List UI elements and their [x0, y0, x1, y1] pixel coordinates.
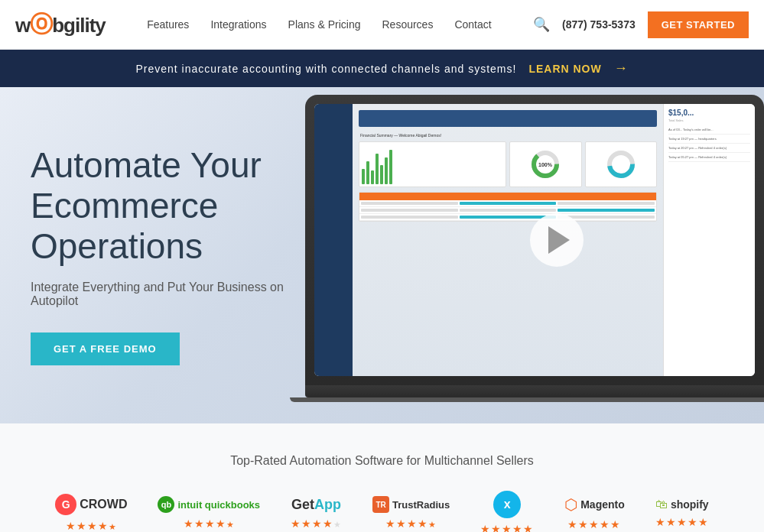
- magento-logo: ⬡ Magento: [564, 495, 625, 514]
- panel-item-2: Today at 19:27 pm — headquarters: [668, 135, 750, 144]
- cell-3: [558, 202, 655, 205]
- app-topbar: [359, 110, 657, 127]
- donut-chart-2: [585, 141, 658, 187]
- tr-badge: TR: [372, 496, 389, 513]
- magento-logo-item: ⬡ Magento ★★★★★: [564, 495, 625, 530]
- g2crowd-logo: G CROWD: [55, 494, 127, 515]
- panel-item-4: Today at 05:27 pm — Refreshed 4 order(s): [668, 153, 750, 162]
- bar-1: [362, 169, 365, 184]
- hero-title-line2: Ecommerce Operations: [31, 186, 218, 266]
- tr-text: TrustRadius: [392, 499, 450, 511]
- logo[interactable]: wⓞbgility: [15, 9, 106, 41]
- phone-number: (877) 753-5373: [562, 18, 636, 31]
- search-icon[interactable]: 🔍: [533, 16, 550, 33]
- g2-text: CROWD: [80, 498, 127, 511]
- laptop-base: [305, 384, 764, 397]
- magento-stars: ★★★★★: [567, 518, 621, 530]
- laptop-screen: Financial Summary — Welcome Abigail Demo…: [314, 104, 755, 376]
- bar-5: [380, 165, 383, 184]
- hero-content: Automate Your Ecommerce Operations Integ…: [0, 99, 321, 411]
- hero-title: Automate Your Ecommerce Operations: [31, 145, 291, 267]
- nav-contact[interactable]: Contact: [454, 18, 491, 31]
- nav-resources[interactable]: Resources: [382, 18, 433, 31]
- g2crowd-stars: ★★★★★: [66, 520, 117, 532]
- panel-stat-value: $15,0...: [668, 109, 750, 117]
- hero-subtitle: Integrate Everything and Put Your Busine…: [31, 281, 291, 308]
- bar-3: [371, 170, 374, 184]
- app-main: Financial Summary — Welcome Abigail Demo…: [353, 104, 663, 376]
- qb-badge: qb: [158, 496, 174, 513]
- bar-chart: [359, 141, 506, 187]
- app-welcome: Financial Summary — Welcome Abigail Demo…: [359, 131, 657, 139]
- quickbooks-logo-item: qb intuit quickbooks ★★★★★: [158, 496, 260, 530]
- logo-icon: ⓞ: [30, 11, 52, 37]
- getapp-get-text: Get: [291, 497, 314, 512]
- qb-text: intuit quickbooks: [177, 499, 260, 511]
- app-table: [359, 192, 657, 222]
- hero-section: Automate Your Ecommerce Operations Integ…: [0, 87, 764, 423]
- play-triangle-icon: [548, 226, 570, 254]
- laptop-screen-outer: Financial Summary — Welcome Abigail Demo…: [305, 95, 764, 385]
- play-button[interactable]: [530, 213, 584, 267]
- shopify-logo: 🛍 shopify: [655, 498, 709, 511]
- app-right-panel: $15,0... Total Sales As of 03... Today's…: [663, 104, 755, 376]
- nav-integrations[interactable]: Integrations: [210, 18, 266, 31]
- cell-7: [361, 216, 458, 219]
- magento-text: Magento: [580, 498, 625, 511]
- svg-text:100%: 100%: [538, 162, 553, 167]
- logo-text: wⓞbgility: [15, 9, 106, 41]
- get-started-button[interactable]: GET STARTED: [648, 11, 749, 38]
- xero-stars: ★★★★★: [480, 523, 534, 532]
- donut-svg-2: [606, 149, 636, 180]
- cell-6: [558, 209, 655, 212]
- social-proof-title: Top-Rated Automation Software for Multic…: [15, 454, 749, 468]
- cell-2: [460, 202, 557, 205]
- cell-1: [361, 202, 458, 205]
- magento-icon: ⬡: [564, 495, 577, 514]
- shopify-text: shopify: [671, 498, 709, 511]
- quickbooks-stars: ★★★★★: [184, 517, 235, 530]
- g2crowd-logo-item: G CROWD ★★★★★: [55, 494, 127, 532]
- nav-links: Features Integrations Plans & Pricing Re…: [147, 18, 492, 31]
- nav-right: 🔍 (877) 753-5373 GET STARTED: [533, 11, 749, 38]
- table-header: [359, 193, 656, 200]
- panel-item-3: Today at 20:27 pm — Refreshed 4 order(s): [668, 144, 750, 153]
- banner-text: Prevent inaccurate accounting with conne…: [135, 63, 516, 75]
- donut-chart: 100%: [509, 141, 582, 187]
- nav-features[interactable]: Features: [147, 18, 189, 31]
- table-row-3: [359, 214, 656, 221]
- donut-svg: 100%: [530, 149, 561, 180]
- shopify-icon: 🛍: [655, 498, 668, 511]
- getapp-logo: GetApp: [291, 497, 341, 513]
- xero-logo-item: x ★★★★★: [480, 491, 534, 532]
- get-free-demo-button[interactable]: GET A FREE DEMO: [31, 332, 180, 365]
- bar-2: [366, 161, 369, 184]
- shopify-stars: ★★★★★: [655, 516, 709, 528]
- social-proof-section: Top-Rated Automation Software for Multic…: [0, 423, 764, 532]
- getapp-logo-item: GetApp ★★★★★: [291, 497, 342, 530]
- shopify-logo-item: 🛍 shopify ★★★★★: [655, 498, 709, 528]
- partner-logos-row: G CROWD ★★★★★ qb intuit quickbooks ★★★★★…: [15, 491, 749, 532]
- hero-laptop-image: Financial Summary — Welcome Abigail Demo…: [305, 95, 764, 416]
- quickbooks-logo: qb intuit quickbooks: [158, 496, 260, 513]
- banner-cta-link[interactable]: LEARN NOW: [528, 63, 601, 75]
- bar-4: [375, 154, 379, 184]
- table-row-2: [359, 207, 656, 214]
- panel-stat-label: Total Sales: [668, 118, 750, 122]
- cell-4: [361, 209, 458, 212]
- bar-7: [389, 150, 392, 184]
- panel-item-1: As of 03... Today's order will be...: [668, 125, 750, 135]
- hero-title-line1: Automate Your: [31, 145, 262, 185]
- bar-6: [385, 157, 388, 184]
- navigation: wⓞbgility Features Integrations Plans & …: [0, 0, 764, 50]
- getapp-stars: ★★★★★: [291, 517, 342, 530]
- xero-logo: x: [493, 491, 521, 518]
- banner-arrow-icon: →: [614, 60, 629, 76]
- nav-plans-pricing[interactable]: Plans & Pricing: [288, 18, 361, 31]
- laptop-foot: [290, 397, 764, 402]
- cell-5: [460, 209, 557, 212]
- table-row-1: [359, 200, 656, 207]
- trustradius-logo: TR TrustRadius: [372, 496, 450, 513]
- trustradius-stars: ★★★★★: [385, 517, 437, 530]
- getapp-app-text: App: [314, 497, 341, 512]
